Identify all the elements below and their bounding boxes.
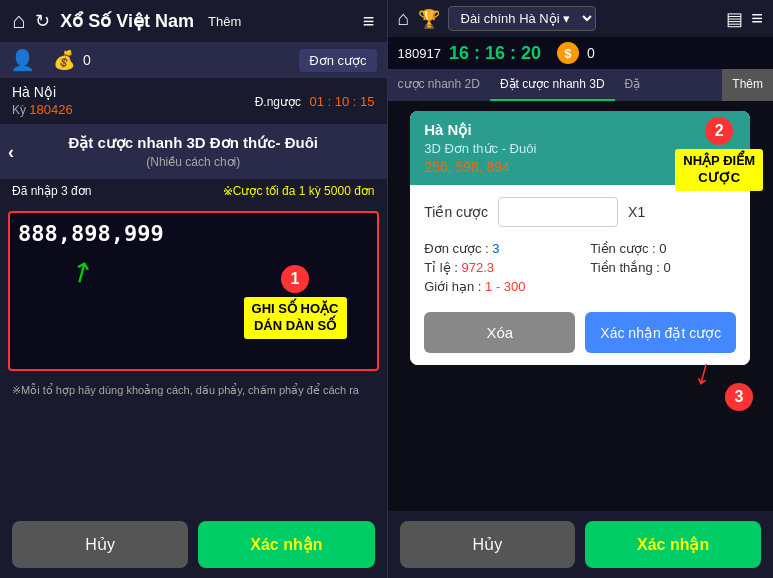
da-nhap-label: Đã nhập 3 đơn <box>12 184 91 198</box>
right-header: ⌂ 🏆 Đài chính Hà Nội ▾ ▤ ≡ <box>388 0 774 37</box>
province-select[interactable]: Đài chính Hà Nội ▾ <box>448 6 596 31</box>
number-input-area[interactable]: 888,898,999 ↗ 1 GHI SỐ HOẶCDÁN DÀN SỐ <box>8 211 379 371</box>
location-block: Hà Nội Kỳ 180426 <box>12 84 73 118</box>
document-icon[interactable]: ▤ <box>726 8 743 30</box>
location-text: Hà Nội <box>12 84 73 100</box>
right-content-area: Hà Nội 3D Đơn thức - Đuôi 256, 598, 894 … <box>388 101 774 511</box>
left-panel: ⌂ ↻ Xổ Số Việt Nam Thêm ≡ 👤 💰 0 Đơn cược… <box>0 0 387 578</box>
right-timer-bar: 180917 16 : 16 : 20 $ 0 <box>388 37 774 69</box>
right-panel: ⌂ 🏆 Đài chính Hà Nội ▾ ▤ ≡ 180917 16 : 1… <box>388 0 774 578</box>
don-cuoc-button[interactable]: Đơn cược <box>299 49 376 72</box>
timer-display: 16 : 16 : 20 <box>449 43 541 64</box>
score-value: 0 <box>587 45 595 61</box>
left-header: ⌂ ↻ Xổ Số Việt Nam Thêm ≡ <box>0 0 387 42</box>
annotation-3-block: 3 <box>725 383 753 411</box>
annotation-2-number: 2 <box>705 117 733 145</box>
timer-value: 01 : 10 : 15 <box>309 94 374 109</box>
annotation-3-number: 3 <box>725 383 753 411</box>
dialog-xacnhan-button[interactable]: Xác nhận đặt cược <box>585 312 736 353</box>
d-nguoc-label: Đ.ngược <box>255 95 301 109</box>
cuoc-toi-da-label: ※Cược tối đa 1 kỳ 5000 đơn <box>223 184 375 198</box>
dialog-stats: Đơn cược : 3 Tỉ lệ : 972.3 Giới hạn : 1 … <box>424 241 736 298</box>
left-note: ※Mỗi tổ hợp hãy dùng khoảng cách, dấu ph… <box>0 379 387 402</box>
dialog-overlay: Hà Nội 3D Đơn thức - Đuôi 256, 598, 894 … <box>388 101 774 511</box>
left-xacnhan-button[interactable]: Xác nhận <box>198 521 374 568</box>
game-title-bar: ‹ Đặt cược nhanh 3D Đơn thức- Đuôi (Nhiề… <box>0 124 387 179</box>
gioi-han-stat: Giới hạn : 1 - 300 <box>424 279 570 294</box>
right-tabs-bar: cược nhanh 2D Đặt cược nhanh 3D Đặ Thêm <box>388 69 774 101</box>
stat-col-right: Tiền cược : 0 Tiền thắng : 0 <box>590 241 736 298</box>
dollar-icon: $ <box>557 42 579 64</box>
tien-cuoc-row: Tiền cược X1 <box>424 197 736 227</box>
tien-cuoc-input[interactable] <box>498 197 618 227</box>
stat-col-left: Đơn cược : 3 Tỉ lệ : 972.3 Giới hạn : 1 … <box>424 241 570 298</box>
left-info: Hà Nội Kỳ 180426 Đ.ngược 01 : 10 : 15 <box>0 78 387 124</box>
refresh-icon[interactable]: ↻ <box>35 10 50 32</box>
coin-icon: 💰 <box>53 49 75 71</box>
ky-value: 180426 <box>29 102 72 117</box>
annotation-1-text: GHI SỐ HOẶCDÁN DÀN SỐ <box>244 297 347 339</box>
dialog-action-buttons: Xóa Xác nhận đặt cược <box>424 312 736 353</box>
annotation-2-text: NHẬP ĐIỂMCƯỢC <box>675 149 763 191</box>
draw-id-label: 180917 <box>398 46 441 61</box>
balance-label: 0 <box>83 52 91 68</box>
left-status-bar: Đã nhập 3 đơn ※Cược tối đa 1 kỳ 5000 đơn <box>0 179 387 203</box>
user-icon: 👤 <box>10 48 35 72</box>
tab-3d[interactable]: Đặt cược nhanh 3D <box>490 69 615 101</box>
app-title: Xổ Số Việt Nam <box>60 10 194 32</box>
right-action-buttons: Hủy Xác nhận <box>388 511 774 578</box>
right-menu-icon[interactable]: ≡ <box>751 7 763 30</box>
right-home-icon[interactable]: ⌂ <box>398 7 410 30</box>
annotation-1-block: 1 GHI SỐ HOẶCDÁN DÀN SỐ <box>244 265 347 339</box>
right-huy-button[interactable]: Hủy <box>400 521 576 568</box>
tab-2d[interactable]: cược nhanh 2D <box>388 69 490 101</box>
left-huy-button[interactable]: Hủy <box>12 521 188 568</box>
tien-cuoc-label: Tiền cược <box>424 204 488 220</box>
x1-label: X1 <box>628 204 645 220</box>
back-arrow-icon[interactable]: ‹ <box>8 141 14 162</box>
annotation-1-number: 1 <box>281 265 309 293</box>
tabs-them-button[interactable]: Thêm <box>722 69 773 101</box>
timer-block: Đ.ngược 01 : 10 : 15 <box>255 92 375 110</box>
dialog-body: Tiền cược X1 Đơn cược : 3 Tỉ lệ : <box>410 185 750 365</box>
ti-le-stat: Tỉ lệ : 972.3 <box>424 260 570 275</box>
game-subtitle-text: (Nhiều cách chơi) <box>146 155 240 169</box>
tab-dat[interactable]: Đặ <box>615 69 651 101</box>
left-nav: 👤 💰 0 Đơn cược <box>0 42 387 78</box>
right-xacnhan-button[interactable]: Xác nhận <box>585 521 761 568</box>
don-cuoc-stat: Đơn cược : 3 <box>424 241 570 256</box>
tien-thang-stat: Tiền thắng : 0 <box>590 260 736 275</box>
game-title-text: Đặt cược nhanh 3D Đơn thức- Đuôi <box>69 134 319 151</box>
annotation-2-block: 2 NHẬP ĐIỂMCƯỢC <box>675 117 763 191</box>
left-action-buttons: Hủy Xác nhận <box>0 511 387 578</box>
dialog-xoa-button[interactable]: Xóa <box>424 312 575 353</box>
tien-cuoc2-stat: Tiền cược : 0 <box>590 241 736 256</box>
home-icon[interactable]: ⌂ <box>12 8 25 34</box>
menu-icon[interactable]: ≡ <box>363 10 375 33</box>
trophy-icon[interactable]: 🏆 <box>418 8 440 30</box>
them-header-button[interactable]: Thêm <box>208 14 241 29</box>
